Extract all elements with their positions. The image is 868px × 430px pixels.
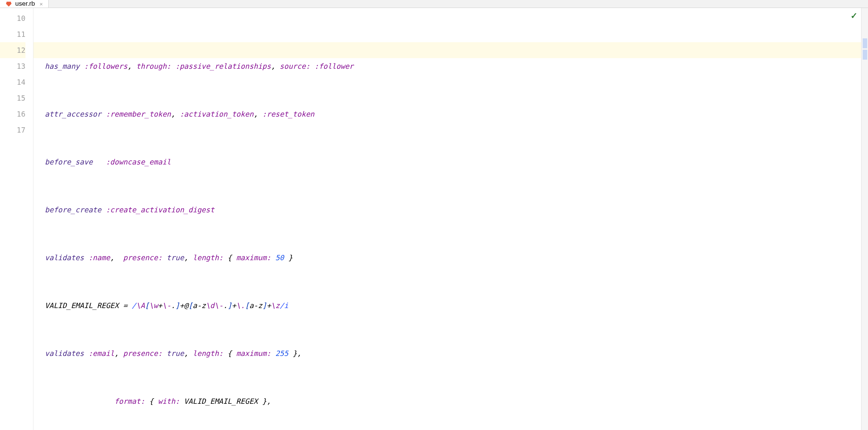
close-icon[interactable]: × — [40, 1, 43, 7]
ruby-file-icon — [5, 0, 12, 7]
svg-marker-0 — [6, 2, 11, 7]
code-content[interactable]: has_many :followers, through: :passive_r… — [33, 8, 868, 430]
line-gutter: 10 11 12 13 14 15 16 17 — [0, 8, 33, 430]
analysis-ok-icon[interactable]: ✓ — [851, 11, 857, 21]
file-tab-label: user.rb — [15, 0, 35, 8]
editor-tab-bar: user.rb × — [0, 0, 868, 8]
file-tab-user-rb[interactable]: user.rb × — [0, 0, 49, 8]
main-editor[interactable]: 10 11 12 13 14 15 16 17 has_many :follow… — [0, 8, 868, 430]
